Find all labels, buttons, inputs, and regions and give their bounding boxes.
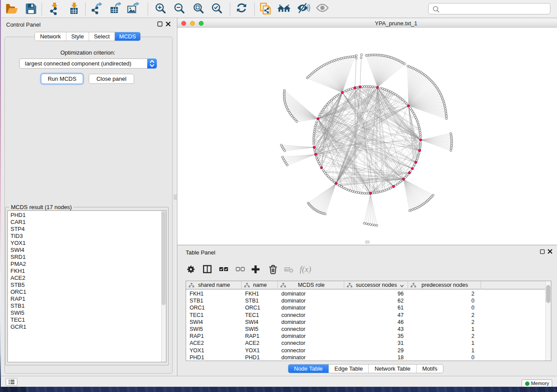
svg-text:f(x): f(x) [300, 265, 311, 274]
